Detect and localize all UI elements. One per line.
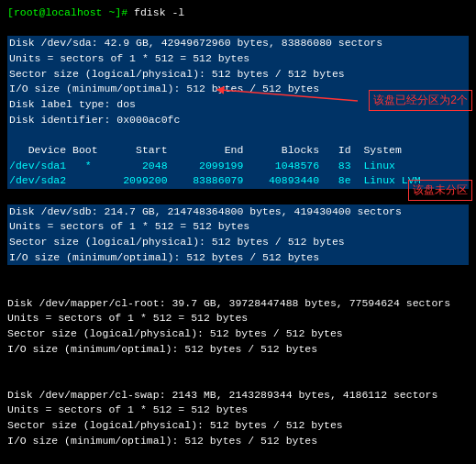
blank-6 <box>7 357 469 372</box>
table-header: Device Boot Start End Blocks Id System <box>9 143 467 159</box>
annotation-sdb: 该盘未分区 <box>408 180 472 201</box>
clroot-sector: Sector size (logical/physical): 512 byte… <box>7 326 469 342</box>
blank-5 <box>7 281 469 296</box>
terminal: [root@localhost ~]# fdisk -l Disk /dev/s… <box>0 0 476 464</box>
sdb-units: Units = sectors of 1 * 512 = 512 bytes <box>9 219 467 235</box>
clroot-units: Units = sectors of 1 * 512 = 512 bytes <box>7 311 469 326</box>
clswap-io: I/O size (minimum/optimal): 512 bytes / … <box>7 434 469 449</box>
blank-1 <box>7 21 469 37</box>
sdb-header: Disk /dev/sdb: 214.7 GB, 214748364800 by… <box>9 204 467 220</box>
sda-sector: Sector size (logical/physical): 512 byte… <box>9 67 467 83</box>
clroot-io: I/O size (minimum/optimal): 512 bytes / … <box>7 342 469 358</box>
blank-2 <box>9 127 467 143</box>
sda-disk-block: Disk /dev/sda: 42.9 GB, 42949672960 byte… <box>7 36 469 189</box>
clswap-header: Disk /dev/mapper/cl-swap: 2143 MB, 21432… <box>7 388 469 403</box>
blank-8 <box>7 448 469 464</box>
command-1: fdisk -l <box>134 6 184 18</box>
clswap-units: Units = sectors of 1 * 512 = 512 bytes <box>7 403 469 418</box>
sdb-io: I/O size (minimum/optimal): 512 bytes / … <box>9 250 467 266</box>
blank-3 <box>7 189 469 204</box>
sdb-sector: Sector size (logical/physical): 512 byte… <box>9 235 467 250</box>
clswap-sector: Sector size (logical/physical): 512 byte… <box>7 418 469 434</box>
sda-header: Disk /dev/sda: 42.9 GB, 42949672960 byte… <box>9 36 467 51</box>
sda2-row: /dev/sda2 2099200 83886079 40893440 8e L… <box>9 173 467 189</box>
sda1-row: /dev/sda1 * 2048 2099199 1048576 83 Linu… <box>9 159 467 174</box>
sda-units: Units = sectors of 1 * 512 = 512 bytes <box>9 51 467 67</box>
annotation-sda: 该盘已经分区为2个 <box>369 90 472 111</box>
prompt-1: [root@localhost ~]# <box>7 6 134 18</box>
sdb-disk-block: Disk /dev/sdb: 214.7 GB, 214748364800 by… <box>7 204 469 266</box>
blank-7 <box>7 372 469 388</box>
sda-id: Disk identifier: 0x000ac0fc <box>9 113 467 128</box>
clroot-header: Disk /dev/mapper/cl-root: 39.7 GB, 39728… <box>7 296 469 312</box>
blank-4 <box>7 265 469 281</box>
cmd-line-1: [root@localhost ~]# fdisk -l <box>7 6 469 21</box>
